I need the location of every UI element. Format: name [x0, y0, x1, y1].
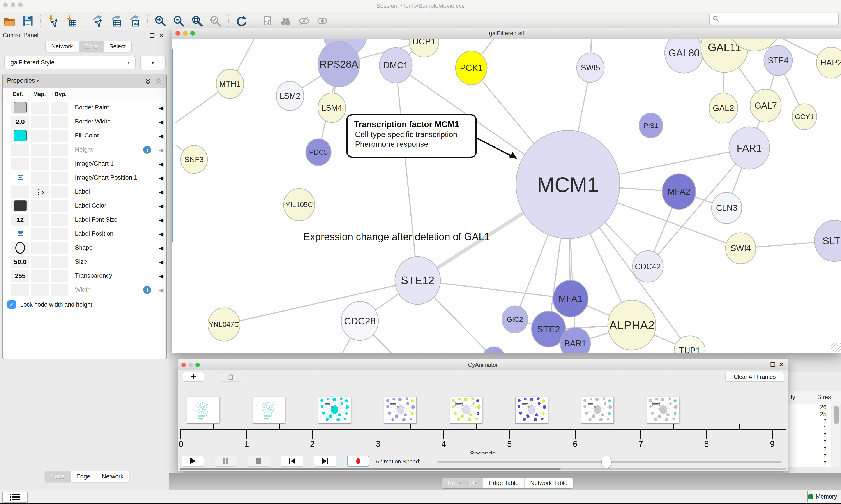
- property-row-label-color[interactable]: Label Color◀: [3, 199, 166, 213]
- export-table-icon[interactable]: [110, 15, 122, 27]
- stop-button[interactable]: [248, 456, 270, 467]
- tab-edge[interactable]: Edge: [71, 471, 96, 482]
- table-row[interactable]: 2: [788, 453, 831, 460]
- zoom-in-icon[interactable]: [154, 15, 166, 27]
- column-divider[interactable]: [810, 393, 810, 402]
- delete-frame-button[interactable]: [220, 372, 241, 382]
- network-node-cdc28[interactable]: CDC28: [341, 302, 378, 340]
- export-network-icon[interactable]: [92, 15, 104, 27]
- position-icon[interactable]: [17, 175, 23, 181]
- expand-row-icon[interactable]: ◀: [159, 273, 163, 280]
- map-cell[interactable]: [31, 228, 49, 240]
- network-node-snf3[interactable]: SNF3: [181, 145, 208, 174]
- network-node-dmc1[interactable]: DMC1: [379, 48, 412, 83]
- byp-cell[interactable]: [51, 130, 68, 142]
- network-node-gic2[interactable]: GIC2: [502, 306, 528, 333]
- def-cell[interactable]: [12, 200, 29, 212]
- cyanimator-titlebar[interactable]: CyAnimator ❐ ✕: [178, 360, 788, 370]
- map-cell[interactable]: [31, 172, 49, 184]
- zoom-selected-icon[interactable]: [209, 15, 222, 27]
- minimize-window-icon[interactable]: [183, 31, 188, 36]
- def-cell[interactable]: [12, 144, 29, 156]
- expand-row-icon[interactable]: ◀: [159, 245, 163, 252]
- network-node-gcy1[interactable]: GCY1: [792, 104, 817, 130]
- byp-cell[interactable]: [51, 256, 68, 268]
- expand-row-icon[interactable]: ◀: [159, 105, 163, 111]
- byp-cell[interactable]: [51, 242, 68, 254]
- expand-row-icon[interactable]: ◀: [159, 189, 163, 196]
- annotation-link[interactable]: Cell-type-specific transcription: [355, 130, 476, 139]
- map-cell[interactable]: [31, 284, 49, 296]
- def-cell[interactable]: [12, 228, 29, 240]
- byp-cell[interactable]: [51, 116, 68, 128]
- byp-cell[interactable]: [51, 200, 68, 212]
- byp-cell[interactable]: [51, 214, 68, 226]
- network-node-mcm1[interactable]: MCM1: [516, 130, 620, 239]
- slider-thumb[interactable]: [602, 456, 611, 468]
- network-node-cln3[interactable]: CLN3: [712, 193, 742, 223]
- table-column-stress[interactable]: Stres: [817, 394, 831, 401]
- properties-header[interactable]: Properties ▾: [3, 74, 166, 89]
- table-vertical-scrollbar[interactable]: [832, 404, 840, 467]
- animation-frame-4[interactable]: [450, 397, 482, 423]
- color-swatch[interactable]: [14, 200, 27, 212]
- expand-row-icon[interactable]: ◀: [159, 133, 163, 140]
- pause-button[interactable]: [215, 456, 237, 467]
- animation-frame-0[interactable]: [187, 397, 219, 423]
- network-node-pdc5[interactable]: PDC5: [306, 139, 331, 165]
- network-node-ynl047c[interactable]: YNL047C: [208, 308, 240, 341]
- network-node-gal7[interactable]: GAL7: [750, 89, 781, 122]
- tab-network[interactable]: Network: [96, 471, 129, 482]
- map-cell[interactable]: [31, 214, 49, 226]
- close-panel-icon[interactable]: ✕: [779, 361, 784, 368]
- timeline-playhead[interactable]: [378, 393, 378, 460]
- clone-network-icon[interactable]: [261, 15, 273, 27]
- expand-row-icon[interactable]: ◀: [159, 175, 163, 181]
- map-cell[interactable]: [31, 242, 49, 254]
- def-cell[interactable]: [12, 242, 29, 254]
- property-row-transparency[interactable]: 255Transparency◀: [3, 269, 166, 283]
- tab-network[interactable]: Network: [46, 41, 79, 52]
- network-node-hap2[interactable]: HAP2: [817, 47, 841, 78]
- map-cell[interactable]: [31, 130, 49, 142]
- network-node-alpha2[interactable]: ALPHA2: [608, 300, 656, 350]
- tab-node-table[interactable]: Node Table: [442, 478, 483, 488]
- play-button[interactable]: [182, 456, 204, 467]
- byp-cell[interactable]: [51, 102, 68, 114]
- table-row[interactable]: 25: [788, 411, 831, 418]
- expand-row-icon[interactable]: ◀: [159, 203, 163, 210]
- find-icon[interactable]: [280, 15, 292, 27]
- show-all-icon[interactable]: [316, 15, 328, 27]
- float-panel-icon[interactable]: ❐: [770, 361, 775, 368]
- next-button[interactable]: [314, 456, 336, 467]
- zoom-out-icon[interactable]: [173, 15, 185, 27]
- table-row[interactable]: 2: [788, 460, 831, 467]
- byp-cell[interactable]: [51, 172, 68, 184]
- animation-frame-1[interactable]: [252, 397, 285, 423]
- expand-row-icon[interactable]: ◀: [159, 259, 163, 266]
- def-cell[interactable]: 2.0: [12, 116, 29, 128]
- byp-cell[interactable]: [51, 186, 68, 198]
- annotation-box[interactable]: Transcription factor MCM1 Cell-type-spec…: [346, 114, 477, 158]
- export-image-icon[interactable]: [128, 15, 141, 27]
- map-cell[interactable]: [31, 144, 49, 156]
- property-row-image-chart-position-1[interactable]: Image/Chart Position 1◀: [3, 171, 166, 185]
- def-cell[interactable]: 12: [12, 214, 29, 226]
- animation-frame-6[interactable]: [581, 397, 614, 423]
- def-cell[interactable]: 255: [12, 270, 29, 282]
- network-node-rps28a[interactable]: RPS28A: [318, 41, 360, 87]
- byp-cell[interactable]: [51, 144, 68, 156]
- tab-style[interactable]: Style: [79, 41, 104, 52]
- expand-all-icon[interactable]: [144, 77, 152, 85]
- maximize-window-icon[interactable]: [190, 31, 195, 36]
- expand-row-icon[interactable]: ◀: [159, 119, 163, 125]
- default-value[interactable]: 12: [16, 216, 24, 223]
- byp-cell[interactable]: [51, 228, 68, 240]
- info-icon[interactable]: i: [143, 286, 151, 294]
- annotation-link[interactable]: Pheromone response: [355, 140, 476, 148]
- network-node-dcp1[interactable]: DCP1: [409, 38, 439, 57]
- byp-cell[interactable]: [51, 284, 68, 296]
- property-row-shape[interactable]: Shape◀: [3, 241, 166, 255]
- expand-row-icon[interactable]: ◀: [159, 147, 163, 154]
- timeline-ruler[interactable]: [180, 429, 786, 430]
